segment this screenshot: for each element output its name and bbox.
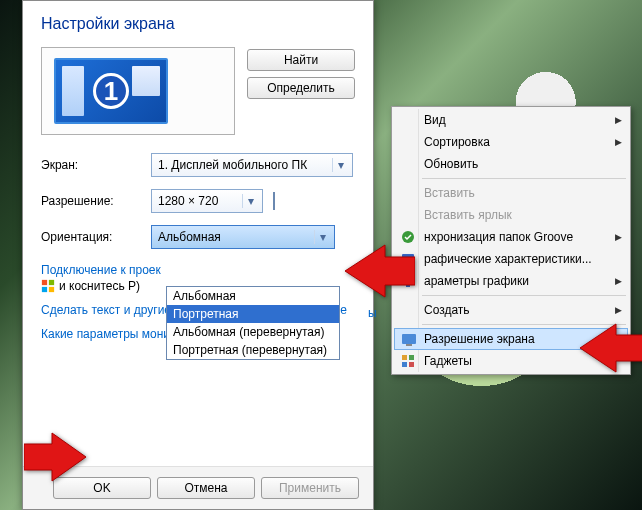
- cancel-button[interactable]: Отмена: [157, 477, 255, 499]
- screen-combo-value: 1. Дисплей мобильного ПК: [158, 158, 307, 172]
- svg-rect-10: [406, 344, 412, 346]
- context-menu-item-label: Вставить: [424, 186, 475, 200]
- context-menu-item[interactable]: Сортировка▶: [394, 131, 628, 153]
- screen-label: Экран:: [41, 158, 151, 172]
- context-menu-item-label: араметры графики: [424, 274, 529, 288]
- projector-hint: и коснитесь P): [59, 279, 140, 293]
- context-menu-item-label: Создать: [424, 303, 470, 317]
- context-menu-item-label: Сортировка: [424, 135, 490, 149]
- context-menu-item[interactable]: Вид▶: [394, 109, 628, 131]
- orientation-dropdown-list: Альбомная Портретная Альбомная (переверн…: [166, 286, 340, 360]
- chevron-down-icon: ▾: [314, 230, 330, 244]
- chevron-down-icon: ▾: [242, 194, 258, 208]
- submenu-arrow-icon: ▶: [615, 115, 622, 125]
- context-menu-separator: [422, 178, 626, 179]
- orientation-option[interactable]: Альбомная (перевернутая): [167, 323, 339, 341]
- orientation-option-selected[interactable]: Портретная: [167, 305, 339, 323]
- svg-rect-1: [49, 280, 54, 285]
- context-menu-item: Вставить ярлык: [394, 204, 628, 226]
- apply-button[interactable]: Применить: [261, 477, 359, 499]
- context-menu-item-label: Разрешение экрана: [424, 332, 535, 346]
- submenu-arrow-icon: ▶: [615, 137, 622, 147]
- svg-rect-9: [402, 334, 416, 344]
- context-menu-item[interactable]: Обновить: [394, 153, 628, 175]
- context-menu-item-label: Вид: [424, 113, 446, 127]
- context-menu-item[interactable]: нхронизация папок Groove▶: [394, 226, 628, 248]
- context-menu-item: Вставить: [394, 182, 628, 204]
- monitor-number: 1: [93, 73, 129, 109]
- context-menu-item-label: рафические характеристики...: [424, 252, 592, 266]
- context-menu-item[interactable]: Создать▶: [394, 299, 628, 321]
- context-menu-item[interactable]: рафические характеристики...: [394, 248, 628, 270]
- submenu-arrow-icon: ▶: [615, 232, 622, 242]
- svg-marker-17: [24, 433, 86, 481]
- projector-link[interactable]: Подключение к проек: [41, 263, 161, 277]
- dialog-title: Настройки экрана: [41, 15, 355, 33]
- context-menu-item-label: Вставить ярлык: [424, 208, 512, 222]
- resolution-slider-icon: [269, 192, 279, 210]
- orientation-option[interactable]: Альбомная: [167, 287, 339, 305]
- context-menu-item-label: Обновить: [424, 157, 478, 171]
- monitor-thumbnail[interactable]: 1: [54, 58, 168, 124]
- chevron-down-icon: ▾: [332, 158, 348, 172]
- resolution-combo[interactable]: 1280 × 720 ▾: [151, 189, 263, 213]
- submenu-arrow-icon: ▶: [615, 276, 622, 286]
- svg-marker-15: [345, 245, 415, 297]
- svg-rect-14: [409, 362, 414, 367]
- arrow-annotation-resolution-menu: [580, 322, 642, 374]
- detect-button[interactable]: Определить: [247, 77, 355, 99]
- arrow-annotation-ok: [24, 432, 86, 482]
- truncated-text: ы: [368, 306, 377, 320]
- find-button[interactable]: Найти: [247, 49, 355, 71]
- context-menu-item-label: нхронизация папок Groove: [424, 230, 573, 244]
- gadget-icon: [400, 353, 416, 369]
- monitor-preview-box: 1: [41, 47, 235, 135]
- arrow-annotation-orientation: [345, 243, 415, 299]
- screen-combo[interactable]: 1. Дисплей мобильного ПК ▾: [151, 153, 353, 177]
- context-menu-item-label: Гаджеты: [424, 354, 472, 368]
- screen-icon: [401, 332, 417, 348]
- svg-rect-3: [49, 287, 54, 292]
- svg-rect-0: [42, 280, 47, 285]
- orientation-combo[interactable]: Альбомная ▾: [151, 225, 335, 249]
- svg-rect-2: [42, 287, 47, 292]
- svg-rect-13: [402, 362, 407, 367]
- orientation-option[interactable]: Портретная (перевернутая): [167, 341, 339, 359]
- svg-marker-16: [580, 324, 642, 372]
- context-menu-separator: [422, 295, 626, 296]
- submenu-arrow-icon: ▶: [615, 305, 622, 315]
- resolution-combo-value: 1280 × 720: [158, 194, 218, 208]
- svg-rect-12: [409, 355, 414, 360]
- context-menu-item[interactable]: араметры графики▶: [394, 270, 628, 292]
- windows-key-icon: [41, 279, 55, 293]
- svg-rect-11: [402, 355, 407, 360]
- resolution-label: Разрешение:: [41, 194, 151, 208]
- orientation-combo-value: Альбомная: [158, 230, 221, 244]
- orientation-label: Ориентация:: [41, 230, 151, 244]
